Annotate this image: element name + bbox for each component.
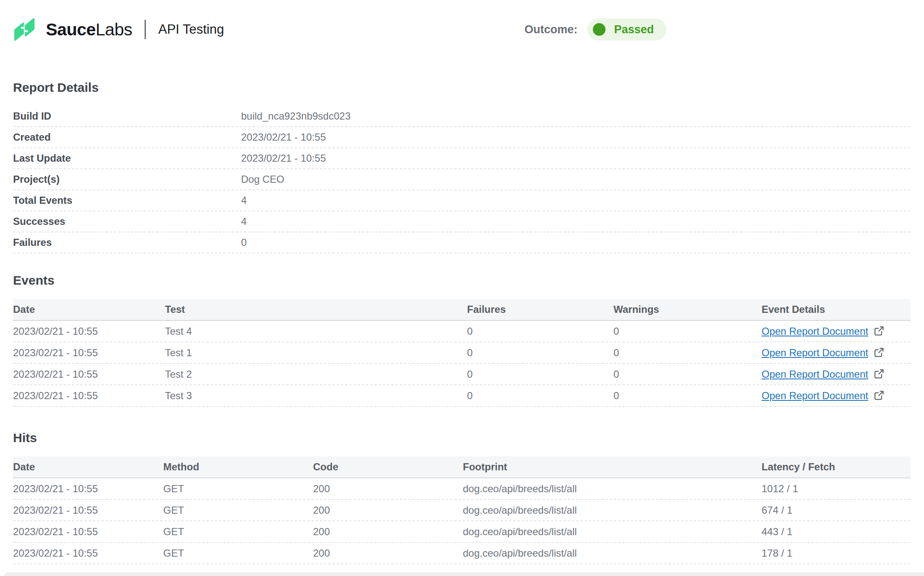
outcome-label: Outcome:: [524, 23, 577, 36]
hit-latency: 1012 / 1: [762, 483, 911, 495]
detail-row: Successes 4: [13, 211, 911, 232]
hit-method: GET: [163, 547, 313, 559]
hit-row: 2023/02/21 - 10:55 GET 200 dog.ceo/api/b…: [13, 478, 911, 500]
hit-footprint: dog.ceo/api/breeds/list/all: [463, 547, 762, 559]
event-date: 2023/02/21 - 10:55: [13, 368, 165, 380]
top-bar: SauceLabs API Testing Outcome: Passed: [13, 0, 911, 42]
hits-table-header: Date Method Code Footprint Latency / Fet…: [13, 456, 911, 478]
event-warnings: 0: [613, 325, 762, 337]
hit-row: 2023/02/21 - 10:55 GET 200 dog.ceo/api/b…: [13, 521, 911, 543]
open-report-link-label: Open Report Document: [762, 368, 868, 380]
report-details-title: Report Details: [13, 80, 911, 95]
detail-value: 2023/02/21 - 10:55: [241, 131, 326, 143]
hits-section: Hits Date Method Code Footprint Latency …: [13, 430, 911, 564]
detail-label: Created: [13, 131, 241, 143]
event-failures: 0: [467, 325, 613, 337]
status-dot-icon: [593, 23, 605, 36]
detail-row: Created 2023/02/21 - 10:55: [13, 127, 911, 148]
detail-value: 2023/02/21 - 10:55: [241, 152, 326, 164]
report-details-list: Build ID build_nca923nb9sdc023 Created 2…: [13, 106, 911, 253]
events-table-header: Date Test Failures Warnings Event Detail…: [13, 299, 911, 321]
hit-row: 2023/02/21 - 10:55 GET 200 dog.ceo/api/b…: [13, 500, 911, 521]
open-report-link-label: Open Report Document: [762, 390, 868, 402]
event-failures: 0: [467, 390, 613, 402]
hit-footprint: dog.ceo/api/breeds/list/all: [463, 504, 762, 516]
open-report-link-label: Open Report Document: [762, 325, 868, 337]
events-title: Events: [13, 273, 911, 288]
hit-latency: 443 / 1: [762, 526, 911, 538]
column-header-date: Date: [13, 304, 165, 315]
hit-code: 200: [313, 547, 463, 559]
external-link-icon: [873, 347, 884, 358]
column-header-latency: Latency / Fetch: [762, 461, 911, 473]
column-header-warnings: Warnings: [613, 304, 762, 315]
hit-code: 200: [313, 504, 463, 516]
detail-row: Project(s) Dog CEO: [13, 169, 911, 190]
open-report-link[interactable]: Open Report Document: [762, 325, 884, 337]
column-header-method: Method: [163, 461, 313, 473]
detail-label: Project(s): [13, 173, 241, 185]
report-details-section: Report Details Build ID build_nca923nb9s…: [13, 80, 911, 253]
brand-divider: [145, 20, 146, 39]
detail-row: Build ID build_nca923nb9sdc023: [13, 106, 911, 127]
event-test: Test 3: [165, 390, 467, 402]
bottom-bar: [4, 572, 924, 576]
event-row: 2023/02/21 - 10:55 Test 4 0 0 Open Repor…: [13, 321, 911, 342]
event-row: 2023/02/21 - 10:55 Test 3 0 0 Open Repor…: [13, 385, 911, 407]
detail-label: Last Update: [13, 152, 241, 164]
detail-value: build_nca923nb9sdc023: [241, 110, 350, 122]
detail-label: Total Events: [13, 195, 241, 206]
event-date: 2023/02/21 - 10:55: [13, 347, 165, 359]
event-warnings: 0: [613, 347, 762, 359]
page: SauceLabs API Testing Outcome: Passed Re…: [0, 0, 924, 564]
open-report-link[interactable]: Open Report Document: [762, 347, 884, 359]
event-test: Test 1: [165, 347, 467, 359]
open-report-link[interactable]: Open Report Document: [762, 390, 884, 402]
event-failures: 0: [467, 347, 613, 359]
brand-sauce: Sauce: [46, 20, 96, 39]
hit-method: GET: [163, 483, 313, 495]
hit-footprint: dog.ceo/api/breeds/list/all: [463, 526, 762, 538]
detail-value: 4: [241, 195, 247, 206]
brand-labs: Labs: [96, 20, 132, 39]
sauce-labs-logo-icon: [13, 16, 36, 43]
outcome-group: Outcome: Passed: [524, 19, 911, 40]
event-row: 2023/02/21 - 10:55 Test 2 0 0 Open Repor…: [13, 364, 911, 385]
event-row: 2023/02/21 - 10:55 Test 1 0 0 Open Repor…: [13, 342, 911, 364]
detail-label: Successes: [13, 216, 241, 227]
hit-date: 2023/02/21 - 10:55: [13, 526, 163, 538]
column-header-event-details: Event Details: [762, 304, 911, 315]
detail-label: Failures: [13, 237, 241, 248]
hit-date: 2023/02/21 - 10:55: [13, 547, 163, 559]
hit-code: 200: [313, 526, 463, 538]
outcome-badge-label: Passed: [614, 23, 654, 36]
column-header-failures: Failures: [467, 304, 613, 315]
hit-row: 2023/02/21 - 10:55 GET 200 dog.ceo/api/b…: [13, 543, 911, 564]
event-date: 2023/02/21 - 10:55: [13, 390, 165, 402]
hit-date: 2023/02/21 - 10:55: [13, 504, 163, 516]
brand: SauceLabs API Testing: [13, 16, 224, 43]
detail-row: Failures 0: [13, 232, 911, 253]
external-link-icon: [873, 390, 884, 401]
hit-latency: 674 / 1: [762, 504, 911, 516]
open-report-link[interactable]: Open Report Document: [762, 368, 884, 380]
events-section: Events Date Test Failures Warnings Event…: [13, 273, 911, 407]
detail-value: 4: [241, 216, 247, 227]
event-test: Test 2: [165, 368, 467, 380]
hit-date: 2023/02/21 - 10:55: [13, 483, 163, 495]
open-report-link-label: Open Report Document: [762, 347, 868, 359]
detail-row: Last Update 2023/02/21 - 10:55: [13, 148, 911, 169]
column-header-test: Test: [165, 304, 467, 315]
external-link-icon: [873, 368, 884, 380]
detail-value: Dog CEO: [241, 173, 284, 185]
event-warnings: 0: [613, 368, 762, 380]
event-test: Test 4: [165, 325, 467, 337]
column-header-footprint: Footprint: [463, 461, 762, 473]
detail-label: Build ID: [13, 110, 241, 122]
outcome-badge: Passed: [587, 19, 666, 40]
event-warnings: 0: [613, 390, 762, 402]
detail-row: Total Events 4: [13, 190, 911, 211]
hit-footprint: dog.ceo/api/breeds/list/all: [463, 483, 762, 495]
event-failures: 0: [467, 368, 613, 380]
column-header-code: Code: [313, 461, 463, 473]
